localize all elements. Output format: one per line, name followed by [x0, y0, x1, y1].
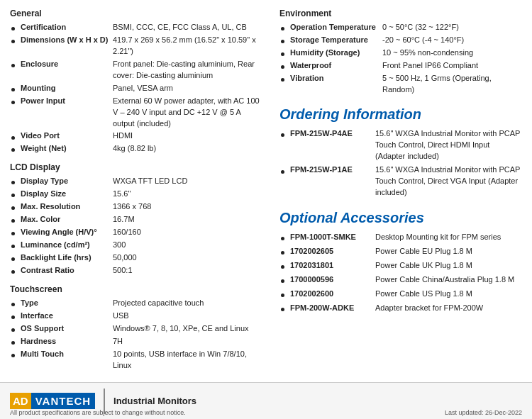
bullet-cell	[10, 201, 19, 213]
bullet-cell	[10, 175, 19, 188]
list-item: FPM-1000T-SMKEDesktop Mounting kit for F…	[279, 230, 522, 245]
part-description: Power Cable UK Plug 1.8 M	[374, 259, 522, 273]
bullet-cell	[10, 310, 19, 323]
lcd-table: Display TypeWXGA TFT LED LCDDisplay Size…	[10, 175, 265, 277]
table-row: Hardness7H	[10, 335, 265, 348]
bullet-icon	[11, 328, 15, 332]
spec-label: Viewing Angle (H/V)°	[19, 226, 111, 239]
bullet-cell	[279, 47, 289, 60]
spec-value: 10 points, USB interface in Win 7/8/10, …	[111, 348, 265, 372]
part-number: FPM-215W-P1AE	[289, 163, 374, 200]
bullet-icon	[281, 133, 284, 137]
bullet-cell	[10, 348, 19, 372]
bullet-icon	[281, 279, 284, 283]
part-number: FPM-200W-ADKE	[289, 301, 374, 315]
table-row: Luminance (cd/m²)300	[10, 239, 265, 252]
spec-value: USB	[111, 310, 265, 323]
bullet-icon	[11, 136, 15, 140]
bullet-cell	[279, 127, 289, 164]
part-description: Adapter bracket for FPM-200W	[374, 301, 522, 315]
spec-label: Hardness	[19, 335, 111, 348]
spec-value: 1366 x 768	[111, 201, 265, 213]
table-row: Dimensions (W x H x D)419.7 x 269 x 56.2…	[10, 34, 265, 58]
spec-label: Video Port	[19, 130, 111, 143]
spec-value: 300	[111, 239, 265, 252]
bullet-cell	[279, 259, 289, 273]
touchscreen-section: Touchscreen TypeProjected capacitive tou…	[10, 284, 265, 372]
ordering-table: FPM-215W-P4AE15.6" WXGA Industrial Monit…	[279, 127, 522, 201]
ordering-section: Ordering Information FPM-215W-P4AE15.6" …	[279, 106, 522, 201]
bullet-icon	[11, 27, 15, 30]
spec-value: Front panel: Die-casting aluminium, Rear…	[111, 58, 265, 82]
list-item: 1702002605Power Cable EU Plug 1.8 M	[279, 245, 522, 259]
table-row: Display Size15.6"	[10, 188, 265, 201]
bullet-icon	[281, 78, 284, 82]
table-row: Humidity (Storage)10 ~ 95% non-condensin…	[279, 47, 522, 60]
spec-label: Waterproof	[289, 60, 381, 72]
part-description: Power Cable US Plug 1.8 M	[374, 287, 522, 301]
spec-label: Interface	[19, 310, 111, 323]
bullet-icon	[281, 294, 284, 297]
bullet-icon	[281, 65, 284, 69]
bullet-icon	[281, 265, 284, 269]
bullet-cell	[10, 21, 19, 34]
spec-label: Backlight Life (hrs)	[19, 252, 111, 264]
general-table: CertificationBSMI, CCC, CE, FCC Class A,…	[10, 21, 265, 155]
list-item: FPM-200W-ADKEAdapter bracket for FPM-200…	[279, 301, 522, 315]
spec-value: 5 ~ 500 Hz, 1 Grms (Operating, Random)	[381, 72, 522, 96]
bullet-cell	[279, 21, 289, 34]
spec-label: Weight (Net)	[19, 143, 111, 155]
accessories-title: Optional Accessories	[279, 210, 522, 226]
table-row: Storage Temperature-20 ~ 60°C (-4 ~ 140°…	[279, 34, 522, 47]
lcd-title: LCD Display	[10, 162, 265, 172]
spec-value: 160/160	[111, 226, 265, 239]
bullet-icon	[11, 148, 15, 152]
spec-value: -20 ~ 60°C (-4 ~ 140°F)	[381, 34, 522, 47]
spec-value: 7H	[111, 335, 265, 348]
spec-value: Windows® 7, 8, 10, XPe, CE and Linux	[111, 323, 265, 335]
bullet-cell	[279, 72, 289, 96]
bullet-icon	[11, 88, 15, 91]
environment-section: Environment Operation Temperature0 ~ 50°…	[279, 9, 522, 96]
bullet-cell	[10, 130, 19, 143]
bullet-icon	[11, 181, 15, 184]
table-row: OS SupportWindows® 7, 8, 10, XPe, CE and…	[10, 323, 265, 335]
bullet-icon	[11, 303, 15, 306]
general-section: General CertificationBSMI, CCC, CE, FCC …	[10, 9, 265, 155]
list-item: FPM-215W-P1AE15.6" WXGA Industrial Monit…	[279, 163, 522, 200]
bullet-cell	[10, 335, 19, 348]
table-row: Viewing Angle (H/V)°160/160	[10, 226, 265, 239]
bullet-icon	[11, 341, 15, 345]
bullet-cell	[10, 213, 19, 226]
spec-value: 0 ~ 50°C (32 ~ 122°F)	[381, 21, 522, 34]
spec-label: Max. Color	[19, 213, 111, 226]
bullet-cell	[10, 252, 19, 264]
bullet-icon	[11, 315, 15, 319]
ordering-title: Ordering Information	[279, 106, 522, 123]
spec-label: Contrast Ratio	[19, 264, 111, 277]
spec-label: OS Support	[19, 323, 111, 335]
bullet-icon	[281, 40, 284, 43]
part-description: Power Cable EU Plug 1.8 M	[374, 245, 522, 259]
part-description: 15.6" WXGA Industrial Monitor with PCAP …	[374, 127, 522, 164]
part-number: FPM-1000T-SMKE	[289, 230, 374, 245]
spec-label: Display Type	[19, 175, 111, 188]
spec-value: 500:1	[111, 264, 265, 277]
bullet-icon	[11, 270, 15, 274]
bullet-icon	[11, 257, 15, 261]
table-row: Display TypeWXGA TFT LED LCD	[10, 175, 265, 188]
footer-note-container: All product specifications are subject t…	[10, 408, 186, 416]
table-row: Max. Color16.7M	[10, 213, 265, 226]
bullet-icon	[11, 232, 15, 235]
bullet-cell	[10, 82, 19, 95]
bullet-icon	[11, 64, 15, 67]
spec-label: Multi Touch	[19, 348, 111, 372]
list-item: 1700000596Power Cable China/Australia Pl…	[279, 273, 522, 287]
bullet-cell	[279, 245, 289, 259]
bullet-icon	[11, 194, 15, 197]
spec-value: External 60 W power adapter, with AC 100…	[111, 95, 265, 130]
touchscreen-table: TypeProjected capacitive touchInterfaceU…	[10, 297, 265, 372]
spec-label: Type	[19, 297, 111, 310]
bullet-cell	[279, 273, 289, 287]
spec-value: Projected capacitive touch	[111, 297, 265, 310]
